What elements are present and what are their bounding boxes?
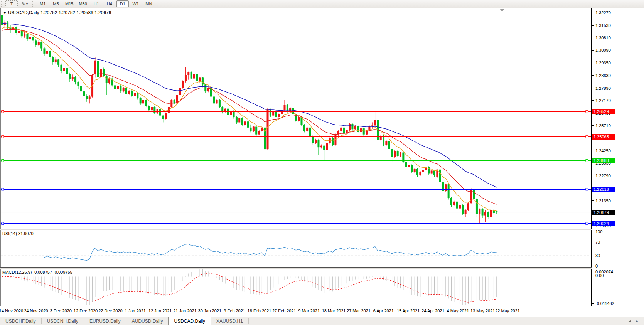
toolbar-grip[interactable] — [32, 1, 35, 7]
candle-body — [159, 109, 161, 116]
candle-body — [306, 128, 308, 131]
date-label: 15 Apr 2021 — [397, 308, 420, 313]
rsi-tick — [592, 266, 594, 266]
timeframe-button-mn[interactable]: MN — [143, 0, 155, 7]
candle-body — [340, 128, 342, 131]
candle-body — [303, 125, 305, 131]
chart-shift-marker[interactable] — [500, 9, 504, 12]
timeframe-button-m15[interactable]: M15 — [63, 0, 76, 7]
date-label: 30 Jan 2021 — [198, 308, 222, 313]
line-handle[interactable] — [586, 159, 588, 162]
date-label: 27 Feb 2021 — [272, 308, 296, 313]
candle-body — [476, 199, 478, 214]
macd-label: MACD(12,26,9) -0.008757 -0.009755 — [2, 270, 72, 274]
candle-body — [351, 124, 353, 129]
candle-body — [323, 146, 325, 150]
date-label: 12 Jan 2021 — [148, 308, 172, 313]
line-handle[interactable] — [2, 188, 4, 190]
line-handle[interactable] — [586, 188, 588, 190]
candle-body — [419, 172, 421, 175]
toolbar-grip[interactable] — [1, 1, 4, 7]
candle-body — [18, 31, 20, 33]
candle-body — [326, 143, 328, 150]
date-axis[interactable]: 14 Nov 202024 Nov 20203 Dec 202012 Dec 2… — [0, 306, 644, 317]
candle-body — [86, 96, 88, 99]
macd-tick — [592, 272, 594, 272]
candle-body — [46, 51, 48, 54]
price-tick — [592, 200, 594, 201]
rsi-indicator-canvas[interactable] — [0, 230, 592, 268]
timeframe-button-w1[interactable]: W1 — [130, 0, 142, 7]
current-price-tag: 1.20679 — [592, 210, 615, 215]
candle-body — [238, 118, 240, 122]
line-handle[interactable] — [2, 136, 4, 138]
price-axis[interactable]: 1.322701.315301.308101.300901.293501.286… — [592, 8, 644, 306]
date-label: 3 Dec 2020 — [50, 308, 72, 313]
line-handle[interactable] — [586, 136, 588, 138]
candle-body — [459, 205, 461, 209]
candle-body — [216, 100, 218, 103]
tab-scroll-left-icon[interactable]: ◄ — [628, 319, 631, 323]
candle-body — [12, 27, 14, 30]
chart-tab-audusd[interactable]: AUDUSD,Daily — [126, 317, 169, 325]
timeframe-button-h1[interactable]: H1 — [90, 0, 103, 7]
price-tick — [592, 88, 594, 88]
timeframe-button-m5[interactable]: M5 — [50, 0, 62, 7]
rsi-tick-label: 0 — [595, 264, 598, 268]
price-chart-canvas[interactable] — [0, 8, 592, 229]
timeframe-button-d1[interactable]: D1 — [116, 0, 129, 7]
line-styles-button[interactable]: ✎ ▾ — [19, 0, 31, 7]
date-label: 14 Nov 2020 — [0, 308, 23, 313]
timeframe-button-h4[interactable]: H4 — [103, 0, 116, 7]
chart-tab-usdcad[interactable]: USDCAD,Daily — [168, 317, 211, 325]
candle-body — [66, 68, 68, 74]
line-handle[interactable] — [2, 110, 4, 113]
candle-body — [21, 31, 23, 36]
price-tick — [592, 63, 594, 63]
chart-tab-usdchf[interactable]: USDCHF,Daily — [0, 317, 41, 325]
candle-body — [196, 74, 198, 81]
chart-tab-xauusd[interactable]: XAUUSD,H1 — [211, 317, 248, 325]
candle-body — [233, 111, 235, 117]
macd-indicator-canvas[interactable] — [0, 269, 592, 306]
candle-body — [4, 22, 6, 25]
candle-body — [453, 202, 455, 205]
chart-tab-eurusd[interactable]: EURUSD,Daily — [84, 317, 126, 325]
candle-body — [52, 57, 54, 62]
candle-body — [445, 184, 447, 191]
candle-body — [148, 106, 150, 110]
line-handle[interactable] — [586, 222, 588, 225]
mt4-window: T ✎ ▾ M1M5M15M30H1H4D1W1MN ▼USDCAD,Daily… — [0, 0, 644, 325]
timeframe-button-m1[interactable]: M1 — [37, 0, 49, 7]
candle-body — [69, 74, 71, 79]
timeframe-button-m30[interactable]: M30 — [76, 0, 89, 7]
price-tick-label: 1.32270 — [595, 10, 611, 15]
collapse-triangle-icon[interactable]: ▼ — [3, 11, 7, 15]
candle-body — [479, 209, 480, 214]
text-tool-button[interactable]: T — [5, 0, 18, 7]
chart-tab-usdcnh[interactable]: USDCNH,Daily — [42, 317, 84, 325]
candle-body — [422, 170, 424, 172]
candle-body — [397, 151, 399, 156]
candle-body — [258, 131, 260, 135]
candle-body — [487, 212, 489, 217]
candle-body — [374, 120, 376, 126]
tab-scroll-right-icon[interactable]: ► — [635, 319, 639, 323]
date-label: 12 Dec 2020 — [74, 308, 98, 313]
candle-body — [275, 112, 277, 117]
candle-body — [343, 128, 345, 134]
line-handle[interactable] — [586, 110, 588, 113]
candle-body — [213, 96, 215, 103]
timeframe-buttons: M1M5M15M30H1H4D1W1MN — [36, 0, 155, 7]
candle-body — [388, 141, 390, 149]
date-label: 21 Jan 2021 — [173, 308, 197, 313]
line-price-tag: 1.25065 — [592, 134, 615, 140]
candle-body — [74, 77, 76, 82]
price-tick — [592, 151, 594, 151]
line-handle[interactable] — [2, 159, 4, 162]
candle-body — [465, 210, 467, 214]
line-handle[interactable] — [2, 222, 4, 225]
price-tick-label: 1.25710 — [595, 123, 611, 128]
candle-body — [281, 110, 283, 114]
candle-body — [182, 81, 184, 88]
